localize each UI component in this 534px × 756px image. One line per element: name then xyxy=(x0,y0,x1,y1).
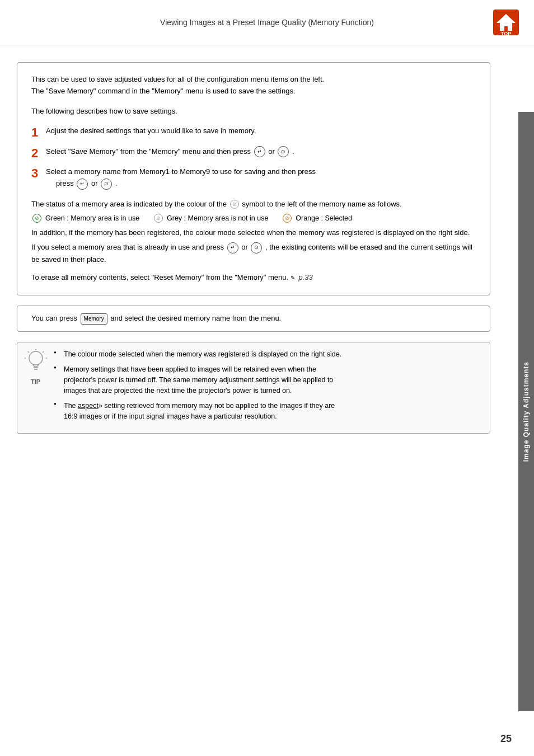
page-ref: p.33 xyxy=(298,273,312,281)
memory-status-section: The status of a memory area is indicated… xyxy=(31,198,476,284)
page-number: 25 xyxy=(500,733,512,745)
svg-point-3 xyxy=(29,351,43,365)
lightbulb-icon xyxy=(25,349,47,374)
green-label-text: Green : Memory area is in use xyxy=(45,213,139,224)
memory-status-intro: The status of a memory area is indicated… xyxy=(31,198,476,210)
memory-icons-row: ⊘ Green : Memory area is in use ⊘ Grey :… xyxy=(31,213,476,224)
step-2-number: 2 xyxy=(31,146,43,161)
tip-label: TIP xyxy=(31,378,40,385)
press-section: You can press Memory and select the desi… xyxy=(17,306,490,332)
tip-bullets: The colour mode selected when the memory… xyxy=(54,349,341,426)
green-circle-icon: ⊘ xyxy=(32,214,41,223)
grey-circle-icon: ⊘ xyxy=(154,214,163,223)
step-1: 1 Adjust the desired settings that you w… xyxy=(31,125,476,140)
svg-line-7 xyxy=(43,351,44,353)
registered-text: In addition, if the memory has been regi… xyxy=(31,227,476,239)
step-2: 2 Select "Save Memory" from the "Memory"… xyxy=(31,146,476,161)
section-box-1: This can be used to save adjusted values… xyxy=(17,62,490,295)
following-text: The following describes how to save sett… xyxy=(31,106,476,118)
overwrite-text: If you select a memory area that is alre… xyxy=(31,241,476,266)
page-header: Viewing Images at a Preset Image Quality… xyxy=(0,0,534,45)
aspect-word: aspect xyxy=(78,402,99,410)
step-1-number: 1 xyxy=(31,125,43,140)
main-content: This can be used to save adjusted values… xyxy=(0,45,518,442)
orange-circle-icon: ⊘ xyxy=(283,214,292,223)
sidebar-label: Image Quality Adjustments xyxy=(522,361,530,462)
reset-text: To erase all memory contents, select "Re… xyxy=(31,271,476,284)
tip-bulb-icon xyxy=(25,349,47,377)
tip-bullet-1: The colour mode selected when the memory… xyxy=(54,349,341,360)
top-icon-area[interactable]: TOP xyxy=(489,6,523,39)
tip-bullet-3: The aspect» setting retrieved from memor… xyxy=(54,401,341,422)
step-2-text: Select "Save Memory" from the "Memory" m… xyxy=(46,146,294,158)
memory-button[interactable]: Memory xyxy=(81,313,107,325)
step-3: 3 Select a memory name from Memory1 to M… xyxy=(31,166,476,190)
memory-symbol-icon: ⊘ xyxy=(230,200,239,209)
step-3-number: 3 xyxy=(31,166,43,181)
grey-label-text: Grey : Memory area is not in use xyxy=(167,213,268,224)
svg-text:TOP: TOP xyxy=(501,31,511,36)
svg-line-9 xyxy=(28,351,29,353)
tip-section: TIP The colour mode selected when the me… xyxy=(17,342,490,433)
memo-icon: ✎ xyxy=(291,273,295,283)
confirm-icon-overwrite: ⊙ xyxy=(251,242,262,253)
confirm-icon-step2: ⊙ xyxy=(278,146,289,157)
confirm-icon-step3: ⊙ xyxy=(101,179,112,190)
step-3-text: Select a memory name from Memory1 to Mem… xyxy=(46,166,316,190)
tip-icon-area: TIP xyxy=(23,349,48,385)
enter-icon-overwrite: ↵ xyxy=(227,242,238,253)
intro-text: This can be used to save adjusted values… xyxy=(31,74,476,97)
page-title: Viewing Images at a Preset Image Quality… xyxy=(45,18,489,27)
orange-label-text: Orange : Selected xyxy=(296,213,352,224)
tip-bullet-2: Memory settings that have been applied t… xyxy=(54,364,341,397)
enter-icon-step2: ↵ xyxy=(254,146,265,157)
right-sidebar: Image Quality Adjustments xyxy=(518,112,534,711)
top-home-icon: TOP xyxy=(492,8,520,36)
enter-icon-step3: ↵ xyxy=(77,179,88,190)
step-1-text: Adjust the desired settings that you wou… xyxy=(46,125,256,137)
